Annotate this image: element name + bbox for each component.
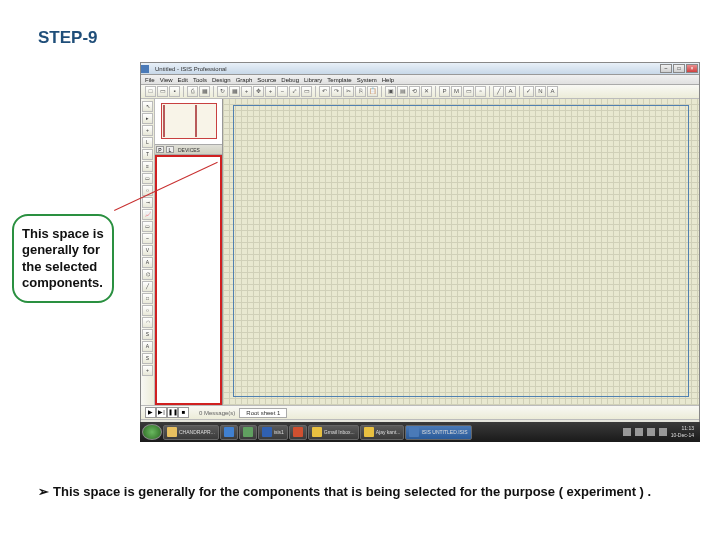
step-button[interactable]: ▶| bbox=[156, 407, 167, 418]
wire-label-icon[interactable]: L bbox=[142, 137, 153, 148]
text-script-icon[interactable]: T bbox=[142, 149, 153, 160]
box-2d-icon[interactable]: □ bbox=[142, 293, 153, 304]
menubar: File View Edit Tools Design Graph Source… bbox=[141, 75, 699, 85]
origin-icon[interactable]: + bbox=[241, 86, 252, 97]
menu-file[interactable]: File bbox=[145, 77, 155, 83]
graph-icon[interactable]: 📈 bbox=[142, 209, 153, 220]
new-file-icon[interactable]: □ bbox=[145, 86, 156, 97]
pick-icon[interactable]: P bbox=[439, 86, 450, 97]
netlist-icon[interactable]: N bbox=[535, 86, 546, 97]
menu-edit[interactable]: Edit bbox=[178, 77, 188, 83]
wire-icon[interactable]: ╱ bbox=[493, 86, 504, 97]
menu-graph[interactable]: Graph bbox=[236, 77, 253, 83]
taskbar-item[interactable] bbox=[289, 425, 307, 440]
current-probe-icon[interactable]: A bbox=[142, 257, 153, 268]
clock[interactable]: 11:13 10-Dec-14 bbox=[671, 425, 694, 439]
design-canvas[interactable] bbox=[223, 99, 699, 405]
refresh-icon[interactable]: ↻ bbox=[217, 86, 228, 97]
block-rotate-icon[interactable]: ⟲ bbox=[409, 86, 420, 97]
component-mode-icon[interactable]: ▸ bbox=[142, 113, 153, 124]
generator-icon[interactable]: ~ bbox=[142, 233, 153, 244]
sheet-tab[interactable]: Root sheet 1 bbox=[239, 408, 287, 418]
marker-icon[interactable]: + bbox=[142, 365, 153, 376]
library-button[interactable]: L bbox=[166, 146, 174, 153]
block-move-icon[interactable]: ▤ bbox=[397, 86, 408, 97]
menu-system[interactable]: System bbox=[357, 77, 377, 83]
circle-2d-icon[interactable]: ○ bbox=[142, 305, 153, 316]
device-pin-icon[interactable]: ⊸ bbox=[142, 197, 153, 208]
menu-design[interactable]: Design bbox=[212, 77, 231, 83]
zoom-all-icon[interactable]: ⤢ bbox=[289, 86, 300, 97]
pick-devices-button[interactable]: P bbox=[156, 146, 164, 153]
junction-icon[interactable]: + bbox=[142, 125, 153, 136]
messages-count[interactable]: 0 Message(s) bbox=[199, 410, 235, 416]
taskbar-item-active[interactable]: ISIS UNTITLED.ISIS bbox=[405, 425, 471, 440]
area-icon[interactable]: ▦ bbox=[199, 86, 210, 97]
folder-icon bbox=[167, 427, 177, 437]
copy-icon[interactable]: ⎘ bbox=[355, 86, 366, 97]
erc-icon[interactable]: ✓ bbox=[523, 86, 534, 97]
network-icon[interactable] bbox=[647, 428, 655, 436]
tape-icon[interactable]: ▭ bbox=[142, 221, 153, 232]
taskbar-item[interactable]: isis1 bbox=[258, 425, 288, 440]
print-icon[interactable]: ⎙ bbox=[187, 86, 198, 97]
tray-icon[interactable] bbox=[623, 428, 631, 436]
chrome-icon bbox=[312, 427, 322, 437]
arc-2d-icon[interactable]: ◠ bbox=[142, 317, 153, 328]
instruments-icon[interactable]: ⌬ bbox=[142, 269, 153, 280]
taskbar-item[interactable] bbox=[220, 425, 238, 440]
taskbar-item[interactable]: Gmail Inbox... bbox=[308, 425, 359, 440]
close-button[interactable]: × bbox=[686, 64, 698, 73]
ares-icon[interactable]: A bbox=[547, 86, 558, 97]
play-button[interactable]: ▶ bbox=[145, 407, 156, 418]
voltage-probe-icon[interactable]: V bbox=[142, 245, 153, 256]
paste-icon[interactable]: 📋 bbox=[367, 86, 378, 97]
pause-button[interactable]: ❚❚ bbox=[167, 407, 178, 418]
open-file-icon[interactable]: ▭ bbox=[157, 86, 168, 97]
menu-view[interactable]: View bbox=[160, 77, 173, 83]
block-copy-icon[interactable]: ▣ bbox=[385, 86, 396, 97]
decompose-icon[interactable]: ▫ bbox=[475, 86, 486, 97]
mode-toolbar: ↖ ▸ + L T ≡ ▭ ○ ⊸ 📈 ▭ ~ V A ⌬ ╱ □ ○ ◠ S … bbox=[141, 99, 155, 405]
tray-icon[interactable] bbox=[635, 428, 643, 436]
menu-template[interactable]: Template bbox=[327, 77, 351, 83]
minimize-button[interactable]: – bbox=[660, 64, 672, 73]
redo-icon[interactable]: ↷ bbox=[331, 86, 342, 97]
subcircuit-icon[interactable]: ▭ bbox=[142, 173, 153, 184]
make-icon[interactable]: M bbox=[451, 86, 462, 97]
selection-mode-icon[interactable]: ↖ bbox=[142, 101, 153, 112]
app-icon bbox=[141, 65, 149, 73]
menu-library[interactable]: Library bbox=[304, 77, 322, 83]
grid-icon[interactable]: ▦ bbox=[229, 86, 240, 97]
symbol-icon[interactable]: S bbox=[142, 353, 153, 364]
zoom-in-icon[interactable]: + bbox=[265, 86, 276, 97]
text-icon[interactable]: A bbox=[505, 86, 516, 97]
start-button[interactable] bbox=[142, 424, 162, 440]
line-2d-icon[interactable]: ╱ bbox=[142, 281, 153, 292]
block-delete-icon[interactable]: ✕ bbox=[421, 86, 432, 97]
path-2d-icon[interactable]: S bbox=[142, 329, 153, 340]
callout-box: This space is generally for the selected… bbox=[12, 214, 114, 303]
bottom-bar: ▶ ▶| ❚❚ ■ 0 Message(s) Root sheet 1 bbox=[141, 405, 699, 419]
menu-debug[interactable]: Debug bbox=[281, 77, 299, 83]
volume-icon[interactable] bbox=[659, 428, 667, 436]
stop-button[interactable]: ■ bbox=[178, 407, 189, 418]
components-panel[interactable] bbox=[155, 155, 222, 405]
zoom-out-icon[interactable]: − bbox=[277, 86, 288, 97]
save-icon[interactable]: ▪ bbox=[169, 86, 180, 97]
zoom-area-icon[interactable]: ▭ bbox=[301, 86, 312, 97]
maximize-button[interactable]: □ bbox=[673, 64, 685, 73]
menu-help[interactable]: Help bbox=[382, 77, 394, 83]
overview-panel[interactable] bbox=[155, 99, 222, 145]
cut-icon[interactable]: ✂ bbox=[343, 86, 354, 97]
menu-source[interactable]: Source bbox=[257, 77, 276, 83]
package-icon[interactable]: ▭ bbox=[463, 86, 474, 97]
text-2d-icon[interactable]: A bbox=[142, 341, 153, 352]
undo-icon[interactable]: ↶ bbox=[319, 86, 330, 97]
taskbar-item[interactable]: Ajay kant... bbox=[360, 425, 405, 440]
taskbar-item[interactable] bbox=[239, 425, 257, 440]
bus-icon[interactable]: ≡ bbox=[142, 161, 153, 172]
taskbar-item[interactable]: CHANDRAPR... bbox=[163, 425, 219, 440]
menu-tools[interactable]: Tools bbox=[193, 77, 207, 83]
pan-icon[interactable]: ✥ bbox=[253, 86, 264, 97]
